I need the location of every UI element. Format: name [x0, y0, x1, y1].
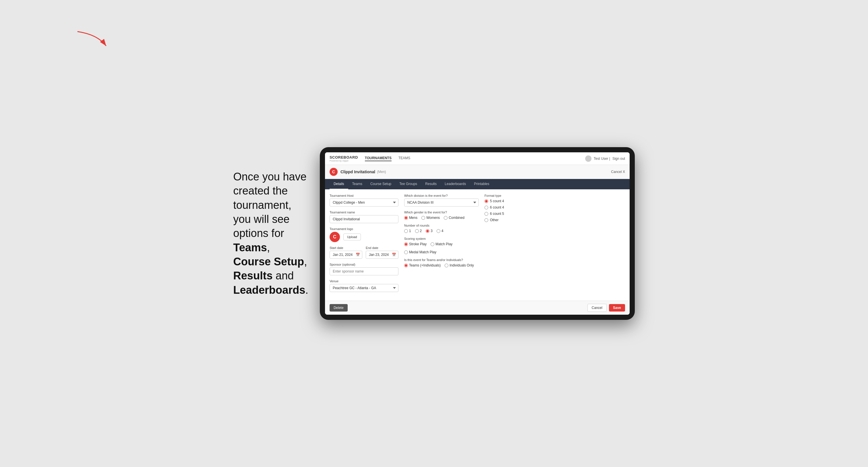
format-5count4-option[interactable]: 5 count 4 [485, 199, 625, 203]
tournament-logo-label: Tournament logo [330, 227, 398, 230]
rounds-2-radio[interactable] [415, 229, 419, 233]
format-other-option[interactable]: Other [485, 218, 625, 222]
start-date-group: Start date 📅 [330, 246, 362, 259]
teams-plus-radio[interactable] [404, 263, 408, 267]
scoring-medal-radio[interactable] [404, 250, 408, 254]
tab-details[interactable]: Details [330, 179, 348, 189]
venue-select[interactable]: Peachtree GC - Atlanta - GA [330, 284, 398, 292]
upload-button[interactable]: Upload [343, 234, 361, 240]
gender-mens-radio[interactable] [404, 216, 408, 220]
annotation-line1: Once you have [233, 171, 307, 183]
sponsor-input[interactable] [330, 267, 398, 275]
top-navigation: SCOREBOARD Powered by clippd TOURNAMENTS… [325, 152, 630, 165]
format-6count5-option[interactable]: 6 count 5 [485, 212, 625, 216]
cancel-button[interactable]: Cancel [587, 304, 607, 312]
rounds-2-option[interactable]: 2 [415, 229, 422, 233]
format-6count5-radio[interactable] [485, 212, 488, 216]
gender-womens-radio[interactable] [422, 216, 425, 220]
annotation-line2: created the [233, 185, 288, 197]
tab-leaderboards[interactable]: Leaderboards [441, 179, 470, 189]
save-button[interactable]: Save [609, 304, 625, 312]
scoring-stroke-option[interactable]: Stroke Play [404, 242, 427, 246]
tab-teams[interactable]: Teams [348, 179, 366, 189]
nav-tournaments[interactable]: TOURNAMENTS [365, 156, 392, 161]
tournament-name-input[interactable] [330, 215, 398, 223]
venue-label: Venue [330, 279, 398, 283]
teams-plus-option[interactable]: Teams (+Individuals) [404, 263, 441, 267]
annotation-bold4: Leaderboards [233, 284, 305, 296]
tournament-tag: (Men) [377, 170, 386, 174]
start-date-label: Start date [330, 246, 362, 250]
tournament-logo-group: Tournament logo C Upload [330, 227, 398, 242]
rounds-1-label: 1 [409, 229, 411, 233]
format-6count4-option[interactable]: 6 count 4 [485, 206, 625, 209]
teams-label: Is this event for Teams and/or Individua… [404, 258, 479, 261]
format-6count4-label: 6 count 4 [490, 206, 504, 209]
end-date-label: End date [366, 246, 398, 250]
scoring-radio-group: Stroke Play Match Play Medal Match Play [404, 242, 479, 254]
logo-upload-area: C Upload [330, 232, 398, 242]
tournament-host-group: Tournament Host Clippd College - Men [330, 194, 398, 207]
tab-tee-groups[interactable]: Tee Groups [395, 179, 421, 189]
rounds-1-radio[interactable] [404, 229, 408, 233]
gender-label: Which gender is the event for? [404, 211, 479, 214]
individuals-only-label: Individuals Only [450, 263, 474, 267]
teams-radio-group: Teams (+Individuals) Individuals Only [404, 263, 479, 267]
logo-text: SCOREBOARD [330, 155, 358, 159]
annotation-and: and [273, 270, 294, 282]
gender-group: Which gender is the event for? Mens Wome… [404, 211, 479, 220]
user-name[interactable]: Test User | [594, 157, 610, 161]
annotation-bold1: Teams [233, 242, 267, 254]
tab-course-setup[interactable]: Course Setup [366, 179, 395, 189]
annotation-text: Once you have created the tournament, yo… [233, 170, 308, 298]
rounds-4-radio[interactable] [437, 229, 440, 233]
tournament-host-select[interactable]: Clippd College - Men [330, 198, 398, 207]
format-label: Format type [485, 194, 625, 197]
gender-womens-option[interactable]: Womens [422, 216, 440, 220]
tablet-device: SCOREBOARD Powered by clippd TOURNAMENTS… [320, 147, 635, 320]
annotation-line5: options for [233, 227, 284, 239]
rounds-1-option[interactable]: 1 [404, 229, 411, 233]
tournament-host-label: Tournament Host [330, 194, 398, 197]
format-5count4-radio[interactable] [485, 199, 488, 203]
tournament-name-group: Tournament name [330, 211, 398, 223]
format-6count4-radio[interactable] [485, 206, 488, 209]
scoring-match-radio[interactable] [431, 242, 434, 246]
gender-combined-label: Combined [448, 216, 464, 220]
format-other-label: Other [490, 218, 499, 222]
division-group: Which division is the event for? NCAA Di… [404, 194, 479, 207]
individuals-only-radio[interactable] [444, 263, 448, 267]
gender-mens-option[interactable]: Mens [404, 216, 417, 220]
rounds-3-option[interactable]: 3 [426, 229, 433, 233]
dates-row: Start date 📅 End date 📅 [330, 246, 398, 263]
scoring-medal-label: Medal Match Play [409, 250, 436, 254]
annotation-comma2: , [304, 256, 307, 268]
sponsor-label: Sponsor (optional) [330, 263, 398, 266]
venue-group: Venue Peachtree GC - Atlanta - GA [330, 279, 398, 292]
format-other-radio[interactable] [485, 218, 488, 222]
rounds-4-option[interactable]: 4 [437, 229, 443, 233]
tab-results[interactable]: Results [421, 179, 441, 189]
nav-teams[interactable]: TEAMS [398, 156, 410, 161]
scoring-match-option[interactable]: Match Play [431, 242, 452, 246]
start-date-wrapper: 📅 [330, 251, 362, 259]
arrow-annotation [74, 29, 109, 52]
individuals-only-option[interactable]: Individuals Only [444, 263, 474, 267]
sign-out-link[interactable]: Sign out [613, 157, 625, 161]
rounds-2-label: 2 [420, 229, 422, 233]
division-select[interactable]: NCAA Division III [404, 198, 479, 207]
tab-printables[interactable]: Printables [470, 179, 493, 189]
delete-button[interactable]: Delete [330, 304, 348, 312]
scoring-stroke-radio[interactable] [404, 242, 408, 246]
tablet-screen: SCOREBOARD Powered by clippd TOURNAMENTS… [325, 152, 630, 315]
gender-combined-option[interactable]: Combined [444, 216, 464, 220]
gender-mens-label: Mens [409, 216, 417, 220]
cancel-header-button[interactable]: Cancel X [611, 170, 625, 174]
main-content: Tournament Host Clippd College - Men Tou… [325, 189, 630, 301]
rounds-3-radio[interactable] [426, 229, 429, 233]
gender-combined-radio[interactable] [444, 216, 447, 220]
scoring-stroke-label: Stroke Play [409, 242, 427, 246]
scoring-medal-option[interactable]: Medal Match Play [404, 250, 436, 254]
tab-bar: Details Teams Course Setup Tee Groups Re… [325, 179, 630, 189]
annotation-bold2: Course Setup [233, 256, 304, 268]
